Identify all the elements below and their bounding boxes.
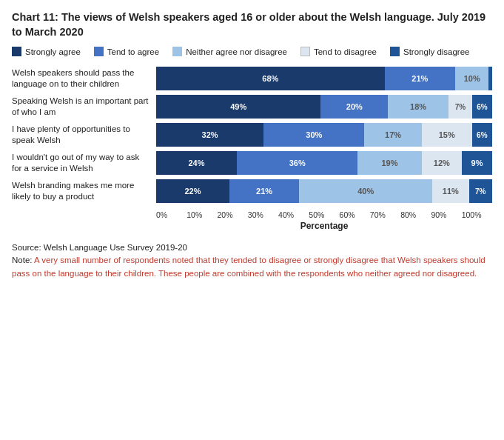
x-axis-label: Percentage bbox=[156, 221, 492, 231]
bar-segment: 21% bbox=[229, 179, 299, 203]
x-axis: 0%10%20%30%40%50%60%70%80%90%100% bbox=[156, 210, 492, 219]
bar-row: Welsh speakers should pass the language … bbox=[12, 67, 492, 90]
chart-area: Welsh speakers should pass the language … bbox=[12, 67, 492, 207]
legend-color-tend-agree bbox=[94, 47, 104, 56]
legend-tend-agree: Tend to agree bbox=[94, 47, 159, 56]
bar-row: Welsh branding makes me more likely to b… bbox=[12, 179, 492, 203]
row-label: Welsh speakers should pass the language … bbox=[12, 67, 156, 90]
bar-segment: 32% bbox=[156, 123, 263, 147]
bar-segment: 17% bbox=[364, 123, 421, 147]
bar-segment: 21% bbox=[385, 67, 455, 90]
x-tick: 60% bbox=[340, 210, 370, 219]
bar-segment: 22% bbox=[156, 179, 229, 203]
row-label: I have plenty of opportunities to speak … bbox=[12, 124, 156, 146]
legend-neither: Neither agree nor disagree bbox=[172, 47, 287, 56]
bar-container: 49%20%18%7%6% bbox=[156, 95, 492, 119]
x-tick: 80% bbox=[400, 210, 431, 219]
bar-segment bbox=[488, 67, 492, 90]
legend-color-tend-disagree bbox=[300, 47, 310, 56]
bar-segment: 6% bbox=[472, 123, 492, 147]
legend: Strongly agree Tend to agree Neither agr… bbox=[12, 47, 492, 56]
legend-label-neither: Neither agree nor disagree bbox=[186, 47, 287, 56]
legend-label-tend-disagree: Tend to disagree bbox=[314, 47, 377, 56]
bar-segment: 20% bbox=[320, 95, 388, 119]
note-body: A very small number of respondents noted… bbox=[12, 256, 485, 277]
row-label: I wouldn't go out of my way to ask for a… bbox=[12, 152, 156, 174]
source-section: Source: Welsh Language Use Survey 2019-2… bbox=[12, 241, 492, 280]
bar-container: 24%36%19%12%9% bbox=[156, 151, 492, 175]
bar-segment: 49% bbox=[156, 95, 320, 119]
bar-segment: 7% bbox=[469, 179, 492, 203]
legend-label-strongly-disagree: Strongly disagree bbox=[403, 47, 470, 56]
legend-color-strongly-disagree bbox=[390, 47, 400, 56]
bar-segment: 24% bbox=[156, 151, 237, 175]
x-tick: 50% bbox=[309, 210, 339, 219]
legend-strongly-agree: Strongly agree bbox=[12, 47, 81, 56]
row-label: Welsh branding makes me more likely to b… bbox=[12, 180, 156, 202]
legend-color-neither bbox=[172, 47, 182, 56]
bar-segment: 10% bbox=[455, 67, 488, 90]
bar-row: I have plenty of opportunities to speak … bbox=[12, 123, 492, 147]
legend-label-strongly-agree: Strongly agree bbox=[25, 47, 81, 56]
x-tick: 100% bbox=[462, 210, 492, 219]
bar-segment: 11% bbox=[432, 179, 468, 203]
bar-row: I wouldn't go out of my way to ask for a… bbox=[12, 151, 492, 175]
x-tick: 90% bbox=[431, 210, 461, 219]
row-label: Speaking Welsh is an important part of w… bbox=[12, 96, 156, 118]
legend-strongly-disagree: Strongly disagree bbox=[390, 47, 470, 56]
source-text: Source: Welsh Language Use Survey 2019-2… bbox=[12, 241, 492, 254]
legend-label-tend-agree: Tend to agree bbox=[107, 47, 159, 56]
bar-container: 22%21%40%11%7% bbox=[156, 179, 492, 203]
bar-segment: 12% bbox=[422, 151, 462, 175]
x-tick: 10% bbox=[187, 210, 217, 219]
legend-color-strongly-agree bbox=[12, 47, 21, 56]
bar-segment: 19% bbox=[357, 151, 421, 175]
bar-row: Speaking Welsh is an important part of w… bbox=[12, 95, 492, 119]
bar-segment: 68% bbox=[156, 67, 385, 90]
bar-segment: 6% bbox=[472, 95, 492, 119]
bar-segment: 7% bbox=[448, 95, 472, 119]
bar-segment: 15% bbox=[422, 123, 472, 147]
legend-tend-disagree: Tend to disagree bbox=[300, 47, 377, 56]
bar-segment: 18% bbox=[388, 95, 448, 119]
x-tick: 0% bbox=[156, 210, 187, 219]
bar-container: 68%21%10% bbox=[156, 67, 492, 90]
x-tick: 20% bbox=[218, 210, 248, 219]
x-tick: 70% bbox=[370, 210, 400, 219]
x-tick: 40% bbox=[278, 210, 309, 219]
note-text: Note: A very small number of respondents… bbox=[12, 254, 492, 280]
bar-segment: 40% bbox=[299, 179, 432, 203]
bar-container: 32%30%17%15%6% bbox=[156, 123, 492, 147]
bar-segment: 9% bbox=[462, 151, 492, 175]
bar-segment: 30% bbox=[263, 123, 364, 147]
bar-segment: 36% bbox=[237, 151, 357, 175]
chart-title: Chart 11: The views of Welsh speakers ag… bbox=[12, 10, 492, 39]
x-tick: 30% bbox=[248, 210, 278, 219]
